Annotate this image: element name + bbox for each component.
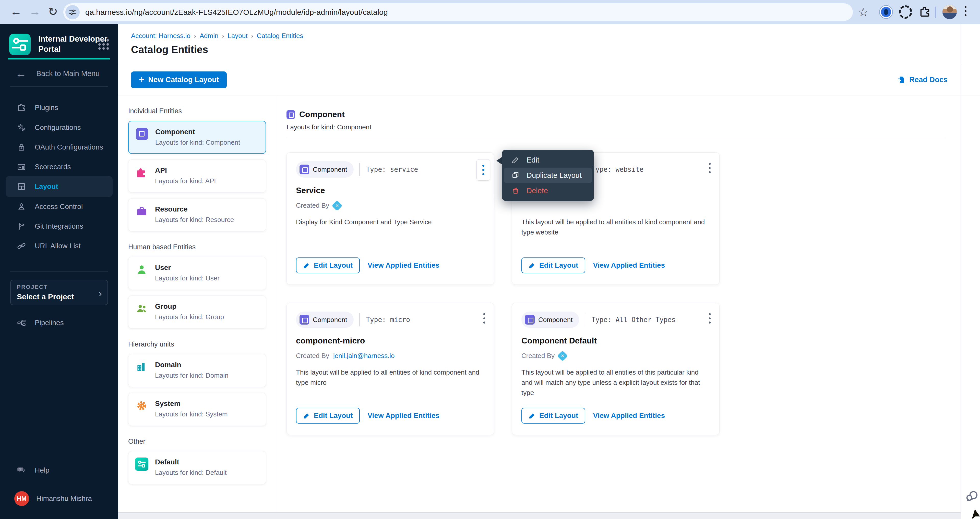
doc-arrow-icon	[897, 75, 906, 84]
edit-layout-button[interactable]: Edit Layout	[522, 408, 585, 424]
group-icon	[135, 302, 148, 315]
browser-profile-avatar[interactable]	[942, 5, 957, 19]
menu-item-duplicate-layout[interactable]: Duplicate Layout	[504, 168, 592, 183]
kind-badge: Component	[296, 311, 354, 328]
help-item[interactable]: ? Help	[16, 465, 49, 475]
edit-layout-button[interactable]: Edit Layout	[296, 408, 360, 424]
module-grid-icon[interactable]	[97, 38, 109, 50]
menu-item-delete[interactable]: Delete	[502, 183, 594, 198]
layout-card-component-default: Component Type:All Other Types Component…	[512, 303, 719, 435]
sidebar-divider	[10, 86, 108, 87]
site-settings-icon[interactable]	[65, 5, 80, 19]
view-applied-entities-link[interactable]: View Applied Entities	[593, 411, 665, 420]
layout-title: Component Default	[522, 336, 597, 346]
user-icon	[135, 263, 148, 276]
sidebar-item-scorecards[interactable]: Scorecards	[0, 157, 118, 177]
gears-icon	[16, 122, 27, 133]
entity-item-default[interactable]: Default Layouts for kind: Default	[128, 451, 266, 484]
layout-icon	[16, 181, 27, 192]
user-avatar: HM	[14, 491, 29, 506]
card-menu-button[interactable]	[709, 163, 711, 173]
address-bar[interactable]: qa.harness.io/ng/account/zEaak-FLS425IEO…	[63, 3, 853, 21]
gear-icon	[135, 399, 148, 412]
view-applied-entities-link[interactable]: View Applied Entities	[368, 261, 439, 270]
back-to-main-menu[interactable]: ← Back to Main Menu	[15, 67, 100, 80]
actions-toolbar: + New Catalog Layout Read Docs	[118, 64, 980, 95]
sidebar-item-configurations[interactable]: Configurations	[0, 117, 118, 138]
help-chat-icon: ?	[16, 465, 27, 475]
sidebar-item-layout[interactable]: Layout	[6, 176, 113, 197]
edit-layout-button[interactable]: Edit Layout	[522, 257, 585, 273]
layout-description: Display for Kind Component and Type Serv…	[296, 217, 484, 227]
pipelines-icon	[16, 318, 27, 328]
new-catalog-layout-button[interactable]: + New Catalog Layout	[131, 71, 227, 88]
briefcase-icon	[135, 205, 148, 218]
idp-logo-icon	[9, 34, 31, 55]
mouse-cursor	[971, 509, 980, 519]
sidebar-item-oauth-configurations[interactable]: OAuth Configurations	[0, 137, 118, 157]
sidebar-item-pipelines[interactable]: Pipelines	[0, 313, 118, 333]
person-icon	[16, 202, 27, 212]
card-context-menu: Edit Duplicate Layout Delete	[502, 150, 594, 201]
sidebar-divider	[10, 271, 108, 271]
harness-logo-icon	[332, 200, 342, 211]
view-applied-entities-link[interactable]: View Applied Entities	[368, 411, 439, 420]
created-by: Created By jenil.jain@harness.io	[296, 352, 395, 360]
link-icon	[16, 241, 27, 251]
extensions-puzzle-icon[interactable]	[918, 6, 931, 20]
project-selector[interactable]: PROJECT Select a Project ›	[10, 280, 108, 305]
breadcrumb-account[interactable]: Account: Harness.io	[131, 32, 191, 40]
section-title: Individual Entities	[128, 107, 266, 115]
sidebar-item-access-control[interactable]: Access Control	[0, 197, 118, 217]
layout-card-component-micro: Component Type:micro component-micro Cre…	[286, 303, 494, 435]
created-by: Created By	[296, 202, 341, 210]
user-profile[interactable]: HM Himanshu Mishra	[14, 491, 92, 506]
breadcrumb-layout[interactable]: Layout	[228, 32, 247, 40]
creator-email-link[interactable]: jenil.jain@harness.io	[333, 352, 395, 360]
entity-item-api[interactable]: API Layouts for kind: API	[128, 159, 266, 193]
toolbar-divider	[935, 6, 936, 18]
user-name: Himanshu Mishra	[36, 495, 92, 503]
browser-back-icon[interactable]: ←	[10, 5, 22, 18]
scorecard-icon	[16, 162, 27, 172]
kind-badge: Component	[296, 161, 354, 178]
browser-menu-icon[interactable]	[965, 6, 966, 16]
edit-layout-button[interactable]: Edit Layout	[296, 257, 360, 273]
entity-item-component[interactable]: Component Layouts for kind: Component	[128, 121, 266, 154]
screen: ← → ↻ qa.harness.io/ng/account/zEaak-FLS…	[0, 0, 980, 519]
copy-icon	[511, 171, 520, 179]
url-text[interactable]: qa.harness.io/ng/account/zEaak-FLS425IEO…	[85, 8, 388, 17]
entity-item-group[interactable]: Group Layouts for kind: Group	[128, 295, 266, 329]
view-applied-entities-link[interactable]: View Applied Entities	[593, 261, 665, 270]
browser-reload-icon[interactable]: ↻	[48, 5, 58, 18]
menu-item-edit[interactable]: Edit	[502, 152, 594, 168]
spinner-extension-icon[interactable]	[899, 5, 912, 19]
read-docs-link[interactable]: Read Docs	[897, 75, 948, 84]
pencil-icon	[303, 262, 310, 269]
browser-forward-icon: →	[29, 5, 41, 18]
entity-item-domain[interactable]: Domain Layouts for kind: Domain	[128, 354, 266, 387]
sidebar-item-plugins[interactable]: Plugins	[0, 98, 118, 117]
footer-strip	[118, 513, 961, 519]
building-icon	[135, 360, 148, 373]
branch-icon	[16, 221, 27, 232]
entity-item-user[interactable]: User Layouts for kind: User	[128, 257, 266, 290]
page-title: Catalog Entities	[131, 44, 980, 56]
entity-item-resource[interactable]: Resource Layouts for kind: Resource	[128, 198, 266, 232]
bookmark-star-icon[interactable]: ☆	[858, 5, 869, 19]
harness-logo-icon	[557, 350, 568, 361]
pencil-icon	[528, 262, 536, 269]
card-menu-button[interactable]	[476, 159, 490, 181]
breadcrumb-catalog-entities[interactable]: Catalog Entities	[257, 32, 303, 40]
browser-toolbar: ← → ↻ qa.harness.io/ng/account/zEaak-FLS…	[0, 0, 980, 24]
card-menu-button[interactable]	[484, 313, 485, 324]
card-menu-button[interactable]	[709, 313, 711, 324]
sidebar-item-git-integrations[interactable]: Git Integrations	[0, 216, 118, 236]
sidebar-item-url-allow-list[interactable]: URL Allow List	[0, 236, 118, 256]
chat-bubbles-icon[interactable]	[965, 489, 980, 505]
password-manager-extension-icon[interactable]	[879, 5, 893, 19]
context-menu-arrow	[496, 157, 503, 165]
entity-item-system[interactable]: System Layouts for kind: System	[128, 393, 266, 426]
chip-icon	[299, 315, 309, 325]
breadcrumb-admin[interactable]: Admin	[200, 32, 219, 40]
